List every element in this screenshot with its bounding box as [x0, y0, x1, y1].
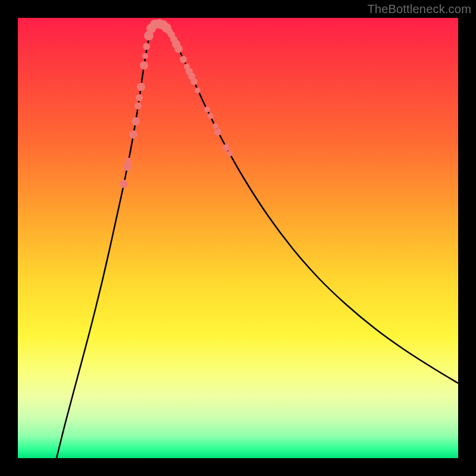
data-marker [208, 113, 214, 119]
data-marker [120, 180, 128, 188]
data-marker [174, 45, 183, 53]
bottleneck-curve [57, 24, 458, 458]
data-marker [137, 83, 145, 91]
data-marker [123, 162, 131, 171]
data-marker [136, 94, 143, 101]
data-marker [223, 144, 230, 151]
data-marker [212, 123, 218, 129]
data-marker [143, 43, 150, 50]
data-marker [195, 87, 201, 93]
data-marker [180, 56, 187, 63]
data-marker [214, 129, 221, 136]
chart-svg [18, 18, 458, 458]
curve-markers [120, 19, 233, 188]
plot-area [18, 18, 458, 458]
watermark-text: TheBottleneck.com [367, 2, 471, 16]
data-marker [126, 158, 131, 164]
data-marker [190, 78, 198, 85]
data-marker [142, 53, 148, 59]
data-marker [134, 102, 142, 109]
data-marker [129, 130, 137, 139]
chart-frame: TheBottleneck.com [0, 0, 476, 476]
data-marker [204, 107, 210, 112]
data-marker [227, 151, 233, 156]
data-marker [131, 117, 140, 126]
data-marker [140, 61, 148, 70]
